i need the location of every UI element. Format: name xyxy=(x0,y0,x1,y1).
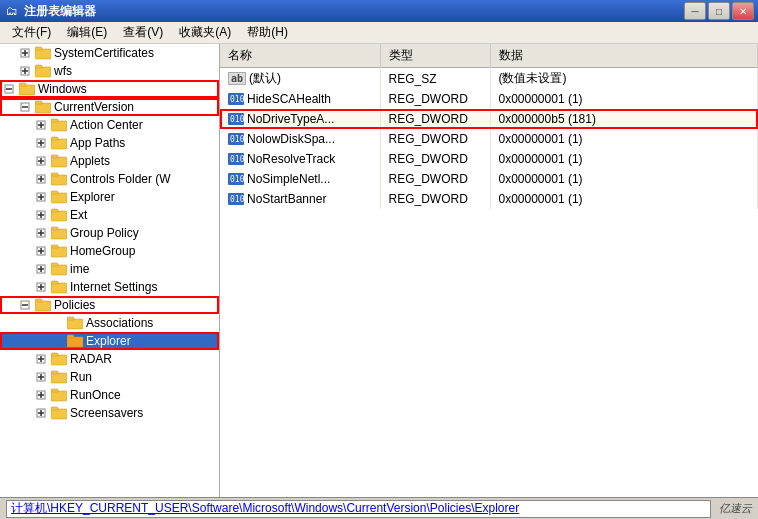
expand-icon[interactable] xyxy=(4,84,18,94)
tree-item-runonce[interactable]: RunOnce xyxy=(0,386,219,404)
cell-data: 0x00000001 (1) xyxy=(490,169,758,189)
title-bar: 🗂 注册表编辑器 ─ □ ✕ xyxy=(0,0,758,22)
expand-icon[interactable] xyxy=(36,156,50,166)
tree-item-label: HomeGroup xyxy=(70,244,135,258)
cell-type: REG_DWORD xyxy=(380,109,490,129)
expand-icon[interactable] xyxy=(20,300,34,310)
menu-file[interactable]: 文件(F) xyxy=(4,22,59,43)
expand-icon[interactable] xyxy=(36,228,50,238)
svg-rect-9 xyxy=(35,65,42,68)
folder-icon xyxy=(51,244,67,258)
menu-view[interactable]: 查看(V) xyxy=(115,22,171,43)
folder-icon xyxy=(51,190,67,204)
cell-type: REG_DWORD xyxy=(380,129,490,149)
expand-icon[interactable] xyxy=(36,264,50,274)
tree-item-screensavers[interactable]: Screensavers xyxy=(0,404,219,422)
expand-icon[interactable] xyxy=(20,48,34,58)
folder-icon xyxy=(19,82,35,96)
app-icon: 🗂 xyxy=(4,3,20,19)
table-row[interactable]: 010NoSimpleNetl... REG_DWORD 0x00000001 … xyxy=(220,169,758,189)
tree-item-associations[interactable]: Associations xyxy=(0,314,219,332)
tree-item-app-paths[interactable]: App Paths xyxy=(0,134,219,152)
menu-edit[interactable]: 编辑(E) xyxy=(59,22,115,43)
expand-icon[interactable] xyxy=(36,246,50,256)
table-row[interactable]: 010NolowDiskSpa... REG_DWORD 0x00000001 … xyxy=(220,129,758,149)
expand-icon[interactable] xyxy=(36,138,50,148)
expand-icon[interactable] xyxy=(36,282,50,292)
maximize-button[interactable]: □ xyxy=(708,2,730,20)
svg-rect-94 xyxy=(51,409,67,419)
tree-item-homegroup[interactable]: HomeGroup xyxy=(0,242,219,260)
tree-item-explorer[interactable]: Explorer xyxy=(0,188,219,206)
svg-rect-3 xyxy=(35,49,51,59)
expand-icon[interactable] xyxy=(20,102,34,112)
expand-icon[interactable] xyxy=(36,408,50,418)
table-row[interactable]: ab(默认) REG_SZ (数值未设置) xyxy=(220,68,758,90)
folder-icon xyxy=(51,208,67,222)
tree-item-run[interactable]: Run xyxy=(0,368,219,386)
cell-type: REG_SZ xyxy=(380,68,490,90)
tree-item-ime[interactable]: ime xyxy=(0,260,219,278)
expand-icon[interactable] xyxy=(20,66,34,76)
close-button[interactable]: ✕ xyxy=(732,2,754,20)
folder-icon xyxy=(67,334,83,348)
tree-item-controls-folder[interactable]: Controls Folder (W xyxy=(0,170,219,188)
tree-item-ext[interactable]: Ext xyxy=(0,206,219,224)
expand-icon[interactable] xyxy=(36,372,50,382)
folder-icon xyxy=(35,64,51,78)
tree-item-label: Policies xyxy=(54,298,95,312)
svg-rect-56 xyxy=(51,247,67,257)
expand-icon[interactable] xyxy=(36,354,50,364)
tree-item-applets[interactable]: Applets xyxy=(0,152,219,170)
svg-rect-73 xyxy=(67,317,74,320)
status-path: 计算机\HKEY_CURRENT_USER\Software\Microsoft… xyxy=(6,500,711,518)
tree-item-radar[interactable]: RADAR xyxy=(0,350,219,368)
tree-item-label: Ext xyxy=(70,208,87,222)
registry-table: 名称 类型 数据 ab(默认) REG_SZ (数值未设置) 010HideSC… xyxy=(220,44,758,209)
expand-icon[interactable] xyxy=(36,174,50,184)
svg-rect-72 xyxy=(67,319,83,329)
menu-favorites[interactable]: 收藏夹(A) xyxy=(171,22,239,43)
svg-rect-51 xyxy=(51,229,67,239)
title-bar-buttons: ─ □ ✕ xyxy=(684,2,754,20)
svg-rect-42 xyxy=(51,191,58,194)
expand-icon[interactable] xyxy=(36,192,50,202)
tree-item-explorer2[interactable]: Explorer xyxy=(0,332,219,350)
tree-item-internet-settings[interactable]: Internet Settings xyxy=(0,278,219,296)
expand-icon[interactable] xyxy=(36,210,50,220)
expand-icon[interactable] xyxy=(36,390,50,400)
tree-item-windows[interactable]: Windows xyxy=(0,80,219,98)
table-row[interactable]: 010NoStartBanner REG_DWORD 0x00000001 (1… xyxy=(220,189,758,209)
svg-rect-47 xyxy=(51,209,58,212)
folder-icon xyxy=(51,172,67,186)
tree-panel[interactable]: SystemCertificates wfs Windows CurrentVe… xyxy=(0,44,220,497)
menu-help[interactable]: 帮助(H) xyxy=(239,22,296,43)
tree-item-action-center[interactable]: Action Center xyxy=(0,116,219,134)
cell-name: 010NolowDiskSpa... xyxy=(220,129,380,149)
cell-name: 010NoStartBanner xyxy=(220,189,380,209)
svg-rect-31 xyxy=(51,157,67,167)
cell-type: REG_DWORD xyxy=(380,149,490,169)
cell-name: ab(默认) xyxy=(220,68,380,90)
table-row[interactable]: 010HideSCAHealth REG_DWORD 0x00000001 (1… xyxy=(220,89,758,109)
folder-icon xyxy=(51,280,67,294)
svg-text:010: 010 xyxy=(230,195,244,204)
tree-item-label: RunOnce xyxy=(70,388,121,402)
tree-item-wfs[interactable]: wfs xyxy=(0,62,219,80)
svg-rect-12 xyxy=(19,85,35,95)
tree-item-policies[interactable]: Policies xyxy=(0,296,219,314)
table-row[interactable]: 010NoResolveTrack REG_DWORD 0x00000001 (… xyxy=(220,149,758,169)
tree-item-current-version[interactable]: CurrentVersion xyxy=(0,98,219,116)
folder-icon xyxy=(51,136,67,150)
tree-item-label: RADAR xyxy=(70,352,112,366)
tree-item-system-certs[interactable]: SystemCertificates xyxy=(0,44,219,62)
tree-item-label: Action Center xyxy=(70,118,143,132)
svg-rect-21 xyxy=(51,121,67,131)
expand-icon[interactable] xyxy=(36,120,50,130)
svg-text:010: 010 xyxy=(230,115,244,124)
svg-rect-67 xyxy=(51,281,58,284)
tree-item-group-policy[interactable]: Group Policy xyxy=(0,224,219,242)
table-row[interactable]: 010NoDriveTypeA... REG_DWORD 0x000000b5 … xyxy=(220,109,758,129)
minimize-button[interactable]: ─ xyxy=(684,2,706,20)
svg-rect-57 xyxy=(51,245,58,248)
